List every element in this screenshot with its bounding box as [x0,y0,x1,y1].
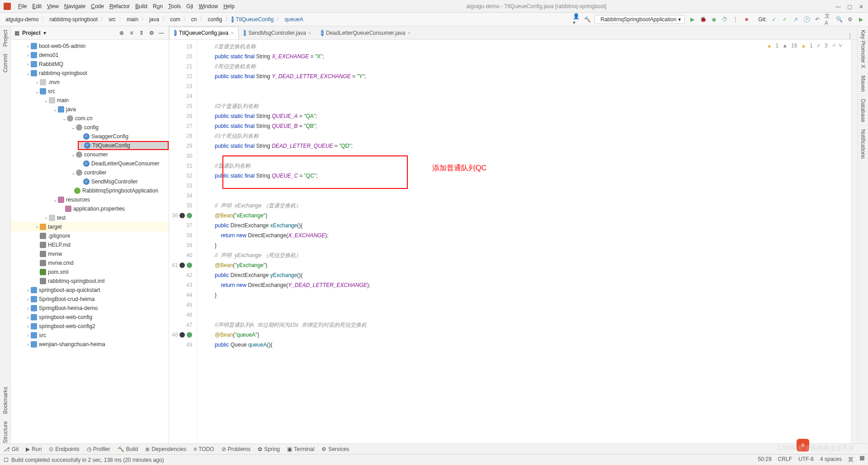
menu-build[interactable]: Build [132,3,150,9]
git-update-icon[interactable]: ✓ [770,16,778,23]
menu-code[interactable]: Code [88,3,107,9]
more-tabs-icon[interactable]: ⋮ [843,33,857,39]
coverage-button[interactable]: ◉ [710,16,717,23]
git-rollback-icon[interactable]: ↶ [814,16,821,23]
code-content[interactable]: ▲1 ▲16 ▲1 ✓3 ㅅ ∨ //普通交换机名称 public static… [197,40,851,443]
git-commit-icon[interactable]: ✓ [781,16,788,23]
gutter-icon[interactable] [187,263,192,268]
tree-item-swagger[interactable]: CSwaggerConfig [11,132,169,141]
tree-item[interactable]: ›demo01 [11,51,169,60]
gutter-icon[interactable] [187,213,192,218]
git-history-icon[interactable]: 🕐 [803,16,810,23]
tree-item[interactable]: ›src [11,331,169,340]
tab-dlqc[interactable]: CDeadLetterQueueConsumer.java× [316,27,415,39]
tool-keypromoter[interactable]: Key Promoter X [860,30,866,68]
menu-edit[interactable]: Edit [29,3,44,9]
caret-position[interactable]: 50:29 [758,456,772,464]
tree-item-target[interactable]: ›target [11,222,169,231]
tree-item-ttl-selected[interactable]: CTtlQueueConfig [78,141,169,150]
close-icon[interactable]: × [407,30,410,36]
crumb-com[interactable]: com [168,15,182,23]
attach-button[interactable]: ⋮ [732,16,739,23]
menu-view[interactable]: View [44,3,61,9]
tool-database[interactable]: Database [860,99,866,122]
settings-icon[interactable]: ⚙ [148,29,155,37]
gutter-icon[interactable] [179,263,185,268]
inspection-widget[interactable]: ▲1 ▲16 ▲1 ✓3 ㅅ ∨ [767,42,843,49]
settings-icon[interactable]: ⚙ [846,16,854,23]
menu-git[interactable]: Git [184,3,196,9]
tool-project[interactable]: Project [2,30,9,47]
run-button[interactable]: ▶ [689,16,696,23]
collapse-all-icon[interactable]: ⇕ [138,29,145,37]
crumb-src[interactable]: src [107,15,118,23]
tool-structure[interactable]: Structure [2,421,9,443]
tool-problems[interactable]: ⊘ Problems [222,446,251,452]
status-icon[interactable]: ☐ [4,457,9,463]
tab-sendmsg[interactable]: CSendMsgController.java× [239,27,316,39]
crumb-module[interactable]: rabbitmq-springboot [47,15,99,23]
dropdown-icon[interactable]: ▾ [43,30,46,36]
tree-item[interactable]: ›boot-web-05-admin [11,42,169,51]
tree-item[interactable]: ›SpringBoot-crud-heima [11,295,169,304]
tree-item[interactable]: application.properties [11,204,169,213]
indent[interactable]: 4 spaces [820,456,842,464]
tool-notifications[interactable]: Notifications [860,129,866,159]
tree-item[interactable]: ⌄config [11,123,169,132]
gutter-icon[interactable] [179,332,185,338]
gutter-icon[interactable] [187,332,192,338]
hide-icon[interactable]: — [158,29,165,37]
tool-dependencies[interactable]: ≣ Dependencies [145,446,186,452]
tab-ttlqueue[interactable]: CTtlQueueConfig.java× [169,27,239,39]
menu-help[interactable]: Help [221,3,237,9]
maximize-button[interactable]: ▢ [847,4,853,9]
menu-file[interactable]: File [15,3,29,9]
git-push-icon[interactable]: ↗ [792,16,799,23]
tree-item[interactable]: CDeadLetterQueueConsumer [11,159,169,168]
menu-tools[interactable]: Tools [165,3,184,9]
crumb-method[interactable]: queueA [283,15,305,23]
tree-item[interactable]: ⌄controller [11,168,169,177]
editor-scrollbar[interactable] [851,40,857,443]
tool-profiler[interactable]: ◷ Profiler [87,446,110,452]
tree-item[interactable]: mvnw [11,249,169,258]
crumb-config[interactable]: config [206,15,224,23]
crumb-java[interactable]: java [147,15,161,23]
tree-item[interactable]: ⌄src [11,87,169,96]
close-button[interactable]: ✕ [859,4,864,9]
project-tree[interactable]: ›boot-web-05-admin ›demo01 ›RabbitMQ ⌄ra… [11,40,169,443]
tool-run[interactable]: ▶ Run [26,446,42,452]
tree-item[interactable]: HELP.md [11,240,169,249]
tool-bookmarks[interactable]: Bookmarks [2,387,9,414]
tool-services[interactable]: ⚙ Services [321,446,349,452]
play-icon[interactable]: ▶ [857,16,864,23]
menu-navigate[interactable]: Navigate [61,3,88,9]
tree-item[interactable]: ⌄resources [11,195,169,204]
tree-item[interactable]: ›SpringBoot-heima-demo [11,304,169,313]
menu-refactor[interactable]: Refactor [107,3,132,9]
tree-item[interactable]: pom.xml [11,268,169,277]
ime-status[interactable]: 英 [848,456,854,464]
stop-button[interactable]: ■ [743,16,750,23]
tree-item[interactable]: ⌄com.cn [11,114,169,123]
tree-item[interactable]: ›springboot-aop-quickstart [11,286,169,295]
close-icon[interactable]: × [231,30,233,36]
crumb-cn[interactable]: cn [189,15,199,23]
tool-spring[interactable]: ✿ Spring [258,446,280,452]
tool-todo[interactable]: ≡ TODO [193,446,214,452]
tree-item[interactable]: ⌄java [11,105,169,114]
encoding[interactable]: UTF-8 [798,456,814,464]
user-icon[interactable]: 👤▾ [573,16,580,23]
line-separator[interactable]: CRLF [778,456,792,464]
lock-icon[interactable] [860,456,864,460]
close-icon[interactable]: × [308,30,311,36]
tree-item[interactable]: ›test [11,213,169,222]
tree-item[interactable]: rabbitmq-springboot.iml [11,277,169,286]
tree-item[interactable]: ⌄main [11,96,169,105]
tree-item[interactable]: CSendMsgController [11,177,169,186]
expand-all-icon[interactable]: ≡ [128,29,135,37]
tree-item[interactable]: ›wenjian-shangchuan-heima [11,340,169,349]
crumb-class[interactable]: TtlQueueConfig [234,15,275,23]
search-icon[interactable]: 🔍 [835,16,843,23]
tool-git[interactable]: ⎇ Git [4,446,19,452]
